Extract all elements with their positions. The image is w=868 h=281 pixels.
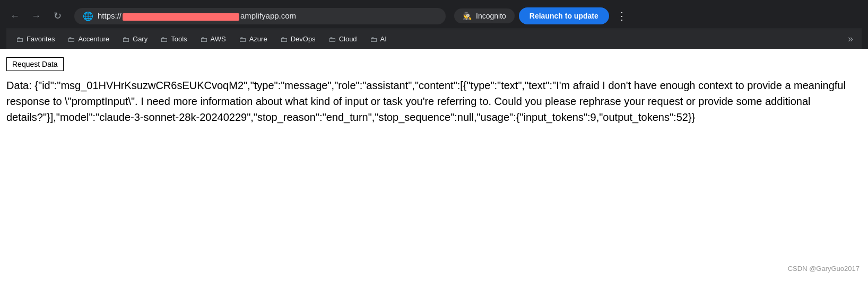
page-content: Request Data Data: {"id":"msg_01HVHrKsuz… [0,49,868,250]
bookmark-ai[interactable]: 🗀 AI [364,33,392,46]
menu-dots-button[interactable]: ⋮ [613,7,630,24]
browser-chrome: ← → ↻ 🌐 https://amplifyapp.com 🕵 Incogni… [0,0,868,49]
bookmark-label-aws: AWS [211,35,226,43]
folder-icon-gary: 🗀 [122,35,129,43]
back-button[interactable]: ← [6,7,23,24]
bookmark-label-gary: Gary [133,35,147,43]
folder-icon-tools: 🗀 [160,35,168,43]
request-data-label: Request Data [6,57,64,71]
folder-icon-ai: 🗀 [370,35,377,43]
bookmark-label-favorites: Favorites [27,35,55,43]
folder-icon-cloud: 🗀 [328,35,336,43]
bookmark-label-cloud: Cloud [339,35,357,43]
folder-icon-azure: 🗀 [239,35,246,43]
relaunch-button[interactable]: Relaunch to update [519,7,609,24]
address-bar[interactable]: 🌐 https://amplifyapp.com [74,8,446,24]
bookmark-accenture[interactable]: 🗀 Accenture [62,33,115,46]
bookmark-label-tools: Tools [171,35,187,43]
folder-icon-accenture: 🗀 [67,35,75,43]
bookmarks-bar: 🗀 Favorites 🗀 Accenture 🗀 Gary 🗀 Tools 🗀… [6,29,862,49]
csdn-watermark: CSDN @GaryGuo2017 [788,265,860,273]
nav-bar: ← → ↻ 🌐 https://amplifyapp.com 🕵 Incogni… [6,4,862,29]
url-display: https://amplifyapp.com [98,11,437,20]
incognito-button[interactable]: 🕵 Incognito [454,8,515,23]
forward-button[interactable]: → [28,7,45,24]
refresh-button[interactable]: ↻ [49,7,66,24]
url-redacted [123,13,239,21]
bookmark-tools[interactable]: 🗀 Tools [155,33,192,46]
bookmark-label-accenture: Accenture [78,35,109,43]
bookmark-aws[interactable]: 🗀 AWS [195,33,231,46]
bookmark-favorites[interactable]: 🗀 Favorites [11,33,60,46]
bookmark-devops[interactable]: 🗀 DevOps [275,33,321,46]
incognito-icon: 🕵 [463,12,472,20]
url-domain: amplifyapp.com [240,11,296,20]
bookmark-label-ai: AI [380,35,387,43]
globe-icon: 🌐 [83,11,93,21]
bookmark-label-azure: Azure [249,35,267,43]
incognito-label: Incognito [476,12,506,20]
bookmark-label-devops: DevOps [291,35,316,43]
url-prefix: https:// [98,11,121,20]
bookmark-gary[interactable]: 🗀 Gary [117,33,153,46]
folder-icon-aws: 🗀 [200,35,207,43]
data-content: Data: {"id":"msg_01HVHrKsuzwCR6sEUKCvoqM… [6,77,855,125]
more-bookmarks-button[interactable]: » [844,31,857,47]
folder-icon-devops: 🗀 [280,35,288,43]
folder-icon-favorites: 🗀 [16,35,23,43]
bookmark-azure[interactable]: 🗀 Azure [233,33,273,46]
bookmark-cloud[interactable]: 🗀 Cloud [323,33,362,46]
